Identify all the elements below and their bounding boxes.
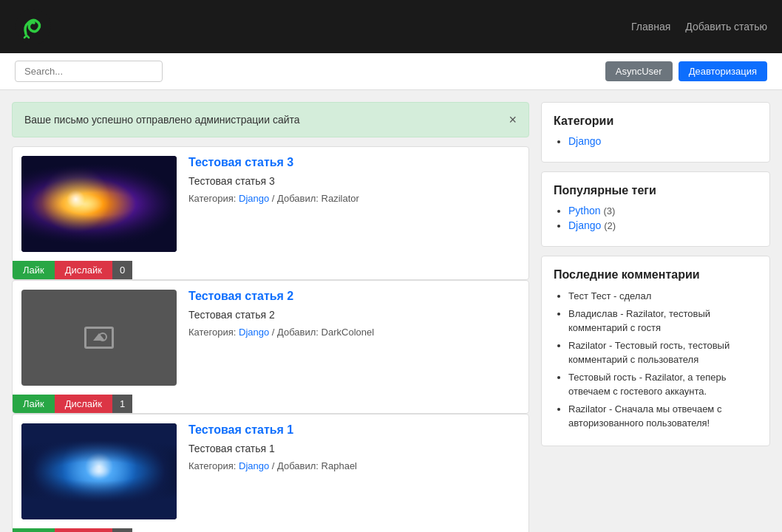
- alert-banner: Ваше письмо успешно отправлено администр…: [12, 102, 529, 137]
- main-container: Ваше письмо успешно отправлено администр…: [0, 90, 782, 532]
- dislike-button[interactable]: Дислайк: [55, 395, 112, 413]
- sidebar: Категории Django Популярные теги Python …: [541, 102, 770, 532]
- article-thumbnail: [21, 423, 177, 519]
- list-item: Django (2): [568, 219, 758, 231]
- tag-count: (2): [604, 220, 616, 231]
- article-description: Тестовая статья 2: [188, 309, 520, 321]
- search-input[interactable]: [15, 61, 163, 82]
- article-footer: Лайк Дислайк 1: [13, 528, 528, 532]
- list-item: Razilator - Сначала мы отвечаем с автори…: [568, 402, 758, 431]
- alert-message: Ваше письмо успешно отправлено администр…: [24, 114, 300, 126]
- header: Главная Добавить статью: [0, 0, 782, 53]
- logo: [15, 8, 52, 45]
- sidebar-tags-card: Популярные теги Python (3)Django (2): [541, 171, 770, 247]
- user-button[interactable]: AsyncUser: [605, 61, 673, 81]
- article-title-link[interactable]: Тестовая статья 2: [188, 290, 520, 303]
- article-info: Тестовая статья 3 Тестовая статья 3 Кате…: [188, 156, 520, 252]
- article-card: Тестовая статья 1 Тестовая статья 1 Кате…: [12, 414, 529, 532]
- like-button[interactable]: Лайк: [13, 261, 55, 279]
- svg-point-0: [16, 9, 51, 44]
- article-info: Тестовая статья 2 Тестовая статья 2 Кате…: [188, 290, 520, 386]
- article-card: Тестовая статья 2 Тестовая статья 2 Кате…: [12, 280, 529, 414]
- article-category-link[interactable]: Django: [239, 193, 269, 204]
- alert-close-button[interactable]: ×: [509, 113, 517, 126]
- article-card: Тестовая статья 3 Тестовая статья 3 Кате…: [12, 146, 529, 280]
- article-thumbnail: [21, 156, 177, 252]
- article-category-link[interactable]: Django: [239, 327, 269, 338]
- categories-list: Django: [554, 135, 758, 147]
- toolbar: AsyncUser Деавторизация: [0, 53, 782, 90]
- list-item: Тестовый гость - Razilator, а теперь отв…: [568, 370, 758, 399]
- comment-text: Тестовый гость - Razilator, а теперь отв…: [568, 372, 727, 398]
- article-footer: Лайк Дислайк 0: [13, 261, 528, 279]
- dislike-button[interactable]: Дислайк: [55, 528, 112, 532]
- categories-title: Категории: [554, 115, 758, 128]
- like-count: 1: [112, 528, 132, 532]
- tag-link[interactable]: Django: [568, 219, 601, 231]
- list-item: Python (3): [568, 205, 758, 216]
- like-button[interactable]: Лайк: [13, 528, 55, 532]
- tags-title: Популярные теги: [554, 184, 758, 197]
- toolbar-actions: AsyncUser Деавторизация: [605, 61, 767, 81]
- like-button[interactable]: Лайк: [13, 395, 55, 413]
- tag-link[interactable]: Python: [568, 205, 601, 216]
- list-item: Владислав - Razilator, тестовый коммента…: [568, 307, 758, 335]
- list-item: Django: [568, 135, 758, 147]
- article-card-body: Тестовая статья 2 Тестовая статья 2 Кате…: [13, 281, 528, 395]
- article-card-body: Тестовая статья 1 Тестовая статья 1 Кате…: [13, 415, 528, 528]
- tag-count: (3): [603, 205, 615, 216]
- article-info: Тестовая статья 1 Тестовая статья 1 Кате…: [188, 423, 520, 519]
- comments-title: Последние комментарии: [554, 268, 758, 282]
- logout-button[interactable]: Деавторизация: [679, 61, 767, 81]
- comment-text: Тест Тест - сделал: [568, 290, 651, 301]
- comment-text: Razilator - Сначала мы отвечаем с автори…: [568, 403, 721, 429]
- article-meta: Категория: Django / Добавил: Raphael: [188, 460, 520, 471]
- tags-list: Python (3)Django (2): [554, 205, 758, 231]
- sidebar-comments-card: Последние комментарии Тест Тест - сделал…: [541, 256, 770, 446]
- article-category-link[interactable]: Django: [239, 460, 269, 471]
- article-footer: Лайк Дислайк 1: [13, 395, 528, 413]
- article-description: Тестовая статья 3: [188, 175, 520, 187]
- category-link[interactable]: Django: [568, 135, 601, 147]
- article-meta: Категория: Django / Добавил: Razilator: [188, 193, 520, 204]
- nav-right: Главная Добавить статью: [631, 21, 767, 33]
- article-card-body: Тестовая статья 3 Тестовая статья 3 Кате…: [13, 147, 528, 261]
- add-article-button[interactable]: Добавить статью: [685, 21, 767, 33]
- article-thumbnail: [21, 290, 177, 386]
- article-meta: Категория: Django / Добавил: DarkColonel: [188, 327, 520, 338]
- like-count: 0: [112, 261, 132, 279]
- comments-list: Тест Тест - сделалВладислав - Razilator,…: [554, 289, 758, 431]
- like-count: 1: [112, 395, 132, 413]
- content-area: Ваше письмо успешно отправлено администр…: [12, 102, 529, 532]
- svg-point-1: [28, 22, 32, 26]
- list-item: Razilator - Тестовый гость, тестовый ком…: [568, 338, 758, 367]
- article-title-link[interactable]: Тестовая статья 1: [188, 423, 520, 437]
- logo-icon: [15, 8, 52, 45]
- articles-list: Тестовая статья 3 Тестовая статья 3 Кате…: [12, 146, 529, 532]
- list-item: Тест Тест - сделал: [568, 289, 758, 304]
- sidebar-categories-card: Категории Django: [541, 102, 770, 163]
- dislike-button[interactable]: Дислайк: [55, 261, 112, 279]
- article-description: Тестовая статья 1: [188, 443, 520, 454]
- comment-text: Razilator - Тестовый гость, тестовый ком…: [568, 340, 730, 366]
- comment-text: Владислав - Razilator, тестовый коммента…: [568, 308, 710, 334]
- nav-home-link[interactable]: Главная: [631, 21, 670, 33]
- article-title-link[interactable]: Тестовая статья 3: [188, 156, 520, 169]
